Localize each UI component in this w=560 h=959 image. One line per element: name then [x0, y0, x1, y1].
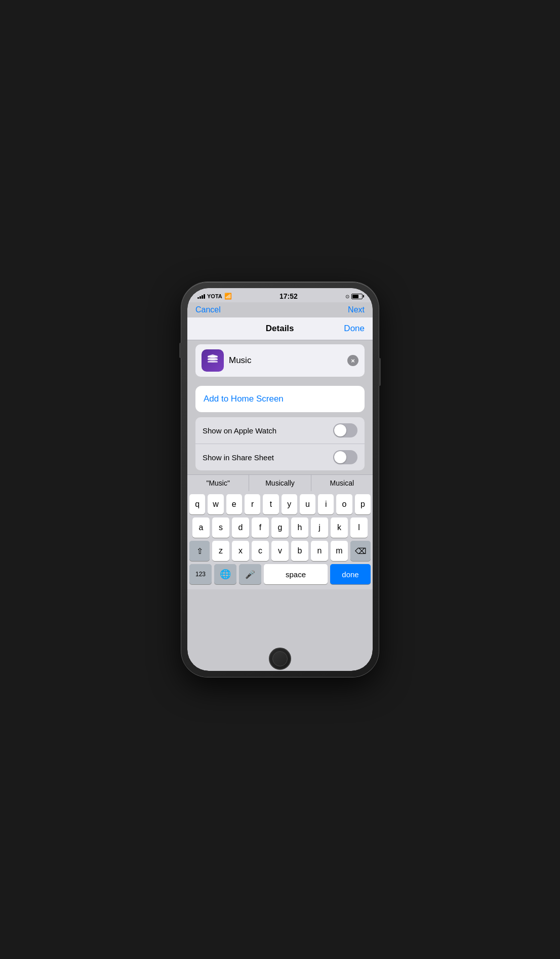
wifi-icon: 📶 — [224, 293, 232, 300]
key-x[interactable]: x — [232, 541, 249, 561]
key-z[interactable]: z — [212, 541, 229, 561]
key-n[interactable]: n — [311, 541, 328, 561]
status-time: 17:52 — [279, 292, 298, 300]
status-right: ⊙ — [345, 294, 363, 299]
key-s[interactable]: s — [212, 517, 229, 538]
clear-button[interactable]: × — [347, 355, 358, 366]
keyboard-row-4: 123 🌐 🎤 space done — [189, 564, 371, 584]
keyboard: q w e r t y u i o p a s — [187, 491, 373, 589]
key-j[interactable]: j — [311, 517, 328, 538]
globe-key[interactable]: 🌐 — [214, 564, 236, 584]
phone-frame: YOTA 📶 17:52 ⊙ Cancel Next — [181, 282, 379, 677]
key-q[interactable]: q — [189, 494, 205, 514]
key-l[interactable]: l — [350, 517, 368, 538]
app-row: Music × — [195, 344, 365, 377]
cancel-button[interactable]: Cancel — [195, 305, 221, 314]
toggle-row-apple-watch: Show on Apple Watch — [195, 417, 365, 444]
key-h[interactable]: h — [291, 517, 308, 538]
details-title: Details — [216, 324, 344, 334]
predictive-word-1[interactable]: "Music" — [187, 475, 249, 491]
toggle-row-share-sheet: Show in Share Sheet — [195, 444, 365, 470]
carrier-name: YOTA — [207, 293, 222, 299]
key-r[interactable]: r — [245, 494, 260, 514]
key-c[interactable]: c — [252, 541, 269, 561]
key-p[interactable]: p — [355, 494, 371, 514]
phone-inner: YOTA 📶 17:52 ⊙ Cancel Next — [187, 288, 373, 671]
predictive-word-2[interactable]: Musically — [249, 475, 311, 491]
app-row-left: Music — [202, 349, 251, 372]
key-t[interactable]: t — [263, 494, 278, 514]
home-button[interactable] — [269, 648, 291, 670]
shift-key[interactable]: ⇧ — [189, 541, 210, 561]
add-to-home-screen-label: Add to Home Screen — [204, 394, 284, 404]
key-y[interactable]: y — [282, 494, 297, 514]
toggles-container: Show on Apple Watch Show in Share Sheet — [195, 417, 365, 470]
key-m[interactable]: m — [331, 541, 348, 561]
signal-bars-icon — [197, 294, 205, 299]
share-sheet-toggle-label: Show in Share Sheet — [203, 453, 274, 462]
status-left: YOTA 📶 — [197, 293, 232, 300]
status-bar: YOTA 📶 17:52 ⊙ — [187, 288, 373, 302]
clear-icon: × — [351, 357, 355, 365]
key-u[interactable]: u — [300, 494, 315, 514]
space-key[interactable]: space — [264, 564, 328, 584]
done-button[interactable]: Done — [344, 324, 365, 334]
key-o[interactable]: o — [336, 494, 352, 514]
delete-key[interactable]: ⌫ — [350, 541, 371, 561]
predictive-word-3[interactable]: Musical — [311, 475, 373, 491]
details-header: Details Done — [187, 317, 373, 340]
key-e[interactable]: e — [226, 494, 242, 514]
next-button[interactable]: Next — [348, 305, 365, 314]
key-a[interactable]: a — [192, 517, 210, 538]
microphone-key[interactable]: 🎤 — [239, 564, 261, 584]
battery-indicator — [351, 294, 363, 299]
app-icon — [202, 349, 224, 372]
app-icon-svg — [206, 353, 220, 368]
done-key[interactable]: done — [330, 564, 371, 584]
apple-watch-toggle-label: Show on Apple Watch — [203, 426, 276, 435]
navigation-bar: Cancel Next — [187, 302, 373, 317]
screen: YOTA 📶 17:52 ⊙ Cancel Next — [187, 288, 373, 671]
predictive-bar: "Music" Musically Musical — [187, 474, 373, 491]
add-to-home-screen-button[interactable]: Add to Home Screen — [195, 386, 365, 412]
numbers-key[interactable]: 123 — [189, 564, 212, 584]
keyboard-row-3: ⇧ z x c v b n m ⌫ — [189, 541, 371, 561]
app-name-label: Music — [229, 355, 251, 366]
key-g[interactable]: g — [271, 517, 289, 538]
toggles-section: Show on Apple Watch Show in Share Sheet — [187, 417, 373, 474]
share-sheet-toggle[interactable] — [333, 450, 357, 464]
add-home-section: Add to Home Screen — [187, 381, 373, 417]
app-row-section: Music × — [187, 340, 373, 381]
apple-watch-toggle[interactable] — [333, 423, 357, 437]
key-i[interactable]: i — [318, 494, 334, 514]
key-k[interactable]: k — [331, 517, 348, 538]
key-w[interactable]: w — [208, 494, 223, 514]
orientation-lock-icon: ⊙ — [345, 294, 349, 299]
keyboard-row-1: q w e r t y u i o p — [189, 494, 371, 514]
keyboard-row-2: a s d f g h j k l — [189, 517, 371, 538]
key-f[interactable]: f — [252, 517, 269, 538]
key-v[interactable]: v — [271, 541, 289, 561]
key-b[interactable]: b — [291, 541, 308, 561]
key-d[interactable]: d — [232, 517, 249, 538]
